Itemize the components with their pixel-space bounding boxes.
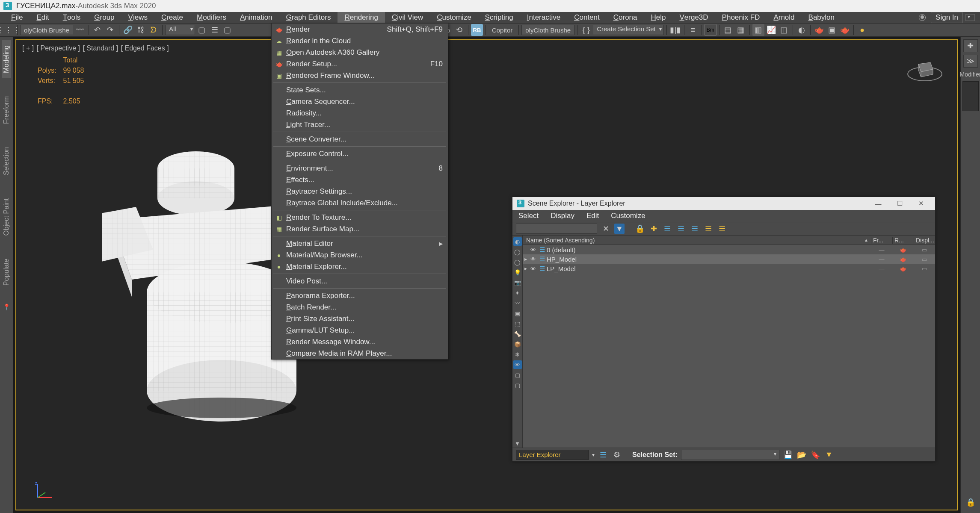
corona-render-icon[interactable]: ● — [856, 24, 868, 36]
menu-item-panorama-exporter[interactable]: Panorama Exporter... — [272, 290, 448, 301]
filter-hidden-icon[interactable]: 👁 — [513, 360, 522, 369]
menu-corona[interactable]: Corona — [607, 12, 644, 23]
menu-tools[interactable]: Tools — [56, 12, 88, 23]
layer-settings-icon[interactable]: ⚙ — [612, 450, 622, 460]
menu-civil-view[interactable]: Civil View — [385, 12, 430, 23]
pin-icon[interactable]: 📍 — [3, 304, 10, 310]
expand-toggle-icon[interactable]: ▸ — [523, 256, 529, 262]
se-menu-select[interactable]: Select — [518, 212, 539, 220]
tab-freeform[interactable]: Freeform — [2, 91, 11, 129]
filter-box2-icon[interactable]: ▢ — [513, 381, 522, 389]
layers-highlight-icon[interactable]: ☰ — [717, 224, 727, 234]
undo-button[interactable]: ↶ — [92, 24, 104, 36]
tab-modeling[interactable]: Modeling — [2, 40, 11, 78]
maximize-button[interactable]: ☐ — [890, 199, 909, 208]
layers-icon[interactable]: ☰ — [662, 224, 672, 234]
menu-verge3d[interactable]: Verge3D — [672, 12, 715, 23]
layers-remove-icon[interactable]: ☰ — [690, 224, 700, 234]
menu-item-rendered-frame-window[interactable]: ▣Rendered Frame Window... — [272, 70, 448, 81]
spinner-snap-icon[interactable]: ⟲ — [453, 24, 465, 36]
menu-babylon[interactable]: Babylon — [802, 12, 841, 23]
layer-row[interactable]: 👁☰0 (default)—🫖▭ — [523, 245, 935, 254]
lock-ui-icon[interactable]: 🔒 — [963, 496, 978, 509]
curly-braces-icon[interactable]: { } — [580, 24, 592, 36]
align-icon[interactable]: ≡ — [687, 24, 699, 36]
selset-load-icon[interactable]: 📂 — [796, 450, 807, 460]
filter-cameras-icon[interactable]: 📷 — [513, 278, 522, 287]
menu-content[interactable]: Content — [567, 12, 607, 23]
layer-row[interactable]: ▸👁☰LP_Model—🫖▭ — [523, 264, 935, 273]
filter-funnel-icon[interactable]: ▼ — [513, 439, 522, 448]
filter-lights-icon[interactable]: 💡 — [513, 268, 522, 277]
menu-graph-editors[interactable]: Graph Editors — [279, 12, 338, 23]
menu-item-render-to-texture[interactable]: ◧Render To Texture... — [272, 212, 448, 223]
menu-animation[interactable]: Animation — [233, 12, 279, 23]
maxscript-mini-listener-icon[interactable]: ⋮⋮⋮ — [3, 24, 15, 36]
filter-xrefs-icon[interactable]: ⬚ — [513, 319, 522, 328]
menu-item-material-explorer[interactable]: ●Material Explorer... — [272, 261, 448, 272]
selset-filter-icon[interactable]: ▼ — [824, 450, 834, 460]
scene-explorer-title-bar[interactable]: Scene Explorer - Layer Explorer — ☐ ✕ — [512, 197, 935, 210]
tab-populate[interactable]: Populate — [2, 254, 11, 291]
select-object-icon[interactable]: ▢ — [196, 24, 208, 36]
menu-help[interactable]: Help — [644, 12, 673, 23]
render-setup-icon[interactable]: 🫖 — [813, 24, 825, 36]
menu-item-print-size-assistant[interactable]: Print Size Assistant... — [272, 313, 448, 324]
material-editor-icon[interactable]: ◐ — [796, 24, 808, 36]
visibility-eye-icon[interactable]: 👁 — [529, 247, 537, 253]
create-selection-set-combo[interactable]: Create Selection Set — [593, 25, 664, 35]
filter-groups-icon[interactable]: ▣ — [513, 309, 522, 318]
curve-editor-icon[interactable]: 📈 — [765, 24, 777, 36]
menu-item-batch-render[interactable]: Batch Render... — [272, 301, 448, 313]
menu-item-scene-converter[interactable]: Scene Converter... — [272, 133, 448, 145]
menu-customize[interactable]: Customize — [430, 12, 478, 23]
menu-create[interactable]: Create — [154, 12, 190, 23]
menu-interactive[interactable]: Interactive — [520, 12, 567, 23]
modifier-stack-placeholder[interactable] — [962, 81, 979, 111]
renderable-cell[interactable]: 🫖 — [892, 247, 914, 253]
menu-views[interactable]: Views — [121, 12, 154, 23]
arrow-expand-icon[interactable]: ≫ — [963, 55, 978, 68]
scene-explorer-header-row[interactable]: Name (Sorted Ascending)▲ Fr... R... Disp… — [523, 236, 935, 245]
copitor-label[interactable]: Copitor — [489, 27, 516, 34]
menu-edit[interactable]: Edit — [30, 12, 56, 23]
clear-search-icon[interactable]: ✕ — [601, 224, 611, 234]
menu-modifiers[interactable]: Modifiers — [190, 12, 233, 23]
mirror-icon[interactable]: ▮|▮ — [669, 24, 681, 36]
toggle-ribbon-icon[interactable]: ▥ — [752, 24, 764, 36]
se-menu-edit[interactable]: Edit — [586, 212, 599, 220]
selset-save-icon[interactable]: 💾 — [783, 450, 793, 460]
toggle-scene-explorer-icon[interactable]: ▤ — [722, 24, 734, 36]
frozen-cell[interactable]: — — [871, 265, 892, 272]
create-panel-button[interactable]: ✚ — [963, 39, 978, 52]
selection-region-icon[interactable]: ▢ — [222, 24, 234, 36]
column-header-name[interactable]: Name (Sorted Ascending)▲ — [523, 237, 871, 244]
display-cell[interactable]: ▭ — [914, 265, 935, 272]
polycloth-label-b[interactable]: olyCloth Brushe — [521, 25, 574, 35]
layer-row[interactable]: ▸👁☰HP_Model—🫖▭ — [523, 254, 935, 264]
display-all-icon[interactable]: ◐ — [513, 237, 522, 246]
menu-item-render-in-the-cloud[interactable]: ☁Render in the Cloud — [272, 35, 448, 47]
menu-item-compare-media-in-ram-player[interactable]: Compare Media in RAM Player... — [272, 348, 448, 359]
menu-group[interactable]: Group — [87, 12, 121, 23]
selset-bookmark-icon[interactable]: 🔖 — [810, 450, 820, 460]
menu-item-state-sets[interactable]: State Sets... — [272, 84, 448, 96]
menu-arnold[interactable]: Arnold — [767, 12, 801, 23]
polycloth-label-a[interactable]: olyCloth Brushe — [20, 25, 73, 35]
frozen-cell[interactable]: — — [871, 256, 892, 262]
redo-button[interactable]: ↷ — [104, 24, 116, 36]
minimize-button[interactable]: — — [868, 199, 888, 208]
display-cell[interactable]: ▭ — [914, 247, 935, 253]
filter-helpers-icon[interactable]: ✦ — [513, 289, 522, 297]
tab-object-paint[interactable]: Object Paint — [2, 193, 11, 241]
menu-item-camera-sequencer[interactable]: Camera Sequencer... — [272, 96, 448, 107]
menu-item-video-post[interactable]: Video Post... — [272, 275, 448, 287]
toggle-layer-explorer-icon[interactable]: ▦ — [735, 24, 747, 36]
brush-icon[interactable]: 〰 — [74, 24, 86, 36]
rb-plugin-icon[interactable]: RB — [471, 24, 483, 36]
menu-phoenix-fd[interactable]: Phoenix FD — [715, 12, 767, 23]
workspace-dropdown[interactable] — [965, 14, 975, 21]
filter-spacewarps-icon[interactable]: 〰 — [513, 299, 522, 307]
link-icon[interactable]: 🔗 — [122, 24, 134, 36]
explorer-mode-combo[interactable]: Layer Explorer — [516, 450, 589, 460]
